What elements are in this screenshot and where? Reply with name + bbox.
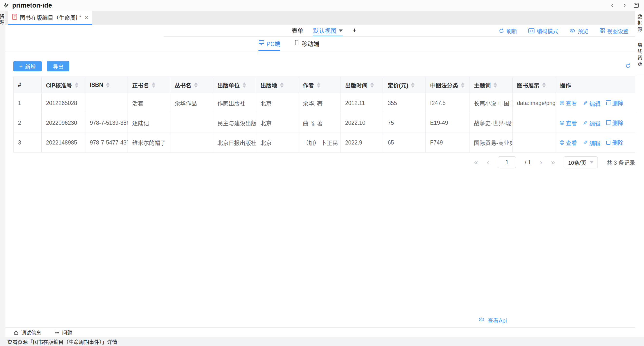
table-cell: 2012.11 <box>341 93 383 113</box>
view-tabs: 表单 默认视图 + <box>292 25 356 37</box>
view-settings-button[interactable]: 视图设置 <box>600 27 628 35</box>
sort-carets-icon[interactable] <box>280 82 284 88</box>
column-label: 出版时间 <box>345 82 368 89</box>
total-records-label: 共 3 条记录 <box>606 158 635 166</box>
column-header[interactable]: 出版单位 <box>213 77 256 93</box>
problems-button[interactable]: 问题 <box>54 329 72 336</box>
nav-forward-icon[interactable] <box>622 3 627 8</box>
sort-carets-icon[interactable] <box>194 82 198 88</box>
edit-icon <box>583 140 588 146</box>
sort-carets-icon[interactable] <box>370 82 374 88</box>
column-header[interactable]: ISBN <box>86 77 128 93</box>
column-header[interactable]: 出版时间 <box>341 77 383 93</box>
modified-indicator: * <box>79 14 81 21</box>
sort-carets-icon[interactable] <box>75 82 78 88</box>
refresh-button[interactable]: 刷新 <box>499 27 517 35</box>
column-header[interactable]: 正书名 <box>128 77 170 93</box>
column-header: 操作 <box>556 77 636 93</box>
column-label: CIP核准号 <box>46 82 72 89</box>
title-bar: primeton-ide <box>0 0 644 11</box>
save-icon[interactable] <box>633 3 639 8</box>
table-cell: 2022096230 <box>42 113 86 133</box>
delete-link[interactable]: 删除 <box>606 99 623 107</box>
view-icon <box>560 140 564 145</box>
sort-carets-icon[interactable] <box>243 82 246 88</box>
page-size-select[interactable]: 10条/页 <box>564 156 598 168</box>
edit-link[interactable]: 编辑 <box>583 139 600 147</box>
sidebar-item-offline-resources[interactable]: 离线资源 <box>635 39 644 75</box>
document-tab[interactable]: 图书在版编目（生命周期事件） * × <box>8 11 92 25</box>
edit-link[interactable]: 编辑 <box>583 119 600 127</box>
column-header[interactable]: 出版地 <box>256 77 298 93</box>
mobile-icon <box>294 40 299 47</box>
column-header[interactable]: 中图法分类 <box>426 77 470 93</box>
table-refresh-icon[interactable] <box>625 63 631 70</box>
tab-mobile[interactable]: 移动端 <box>294 37 319 51</box>
nav-back-icon[interactable] <box>610 3 615 8</box>
page-count-label: / 1 <box>525 159 531 166</box>
chevron-down-icon <box>339 30 343 32</box>
app-window: primeton-ide 资源 数据源 离线资源 图书在版编目（生命周期事件） … <box>0 0 644 346</box>
delete-link[interactable]: 删除 <box>606 138 623 146</box>
table-body: 12012265028活着余华作品作家出版社北京余华, 著2012.11355I… <box>14 93 636 152</box>
sidebar-item-datasource[interactable]: 数据源 <box>635 11 644 39</box>
last-page-button[interactable]: » <box>551 159 555 166</box>
column-label: 定价(元) <box>388 82 408 89</box>
first-page-button[interactable]: « <box>474 159 478 166</box>
sort-carets-icon[interactable] <box>542 82 546 88</box>
debug-info-button[interactable]: 调试信息 <box>14 329 42 336</box>
sort-carets-icon[interactable] <box>106 82 110 88</box>
sort-carets-icon[interactable] <box>411 82 414 88</box>
preview-button[interactable]: 预览 <box>569 27 588 35</box>
view-link[interactable]: 查看 <box>560 99 577 107</box>
table-row: 12012265028活着余华作品作家出版社北京余华, 著2012.11355I… <box>14 93 636 113</box>
table-cell: I247.5 <box>426 93 470 113</box>
tab-default-view[interactable]: 默认视图 <box>313 25 343 37</box>
edit-link[interactable]: 编辑 <box>583 99 600 108</box>
table-cell: 1 <box>14 93 42 113</box>
sort-carets-icon[interactable] <box>461 82 464 88</box>
edit-icon <box>583 100 588 107</box>
trash-icon <box>606 141 610 145</box>
refresh-icon <box>499 28 504 34</box>
column-header[interactable]: CIP核准号 <box>42 77 86 93</box>
tab-form[interactable]: 表单 <box>292 25 303 37</box>
add-button[interactable]: + 新增 <box>14 61 42 71</box>
tab-pc[interactable]: PC端 <box>258 37 280 51</box>
sidebar-item-resources[interactable]: 资源 <box>0 14 5 26</box>
sort-carets-icon[interactable] <box>317 82 320 88</box>
status-message: 查看资源「图书在版编目（生命周期事件）」详情 <box>7 338 117 345</box>
row-actions: 查看编辑删除 <box>556 93 636 113</box>
next-page-button[interactable]: › <box>540 159 542 166</box>
sort-carets-icon[interactable] <box>494 82 497 88</box>
sort-carets-icon[interactable] <box>152 82 155 88</box>
export-button[interactable]: 导出 <box>47 61 69 71</box>
table-cell: 355 <box>383 93 426 113</box>
page-number-input[interactable]: 1 <box>498 156 516 168</box>
column-label: 丛书名 <box>174 82 191 89</box>
document-tab-label: 图书在版编目（生命周期事件） <box>20 13 77 22</box>
device-tabs-row: PC端 移动端 <box>5 37 635 51</box>
prev-page-button[interactable]: ‹ <box>487 159 489 166</box>
column-header[interactable]: 主题词 <box>470 77 512 93</box>
code-mode-button[interactable]: 编码模式 <box>528 27 558 35</box>
column-label: 主题词 <box>474 82 491 89</box>
view-link[interactable]: 查看 <box>560 138 577 147</box>
column-label: 操作 <box>560 82 571 89</box>
plus-icon: + <box>19 63 23 69</box>
add-view-tab-button[interactable]: + <box>352 25 356 37</box>
view-api-link[interactable]: 查看Api <box>478 316 507 324</box>
table-cell: 活着 <box>128 93 170 113</box>
row-actions: 查看编辑删除 <box>556 133 636 152</box>
delete-link[interactable]: 删除 <box>606 118 623 127</box>
chevron-down-icon <box>590 161 594 163</box>
column-header[interactable]: 图书展示 <box>512 77 556 93</box>
table-cell <box>86 93 128 113</box>
column-header[interactable]: 丛书名 <box>170 77 213 93</box>
column-header[interactable]: 定价(元) <box>383 77 426 93</box>
table-cell <box>512 113 556 133</box>
column-header[interactable]: 作者 <box>298 77 341 93</box>
view-link[interactable]: 查看 <box>560 119 577 127</box>
close-icon[interactable]: × <box>85 14 88 21</box>
table-cell: 3 <box>14 133 42 152</box>
